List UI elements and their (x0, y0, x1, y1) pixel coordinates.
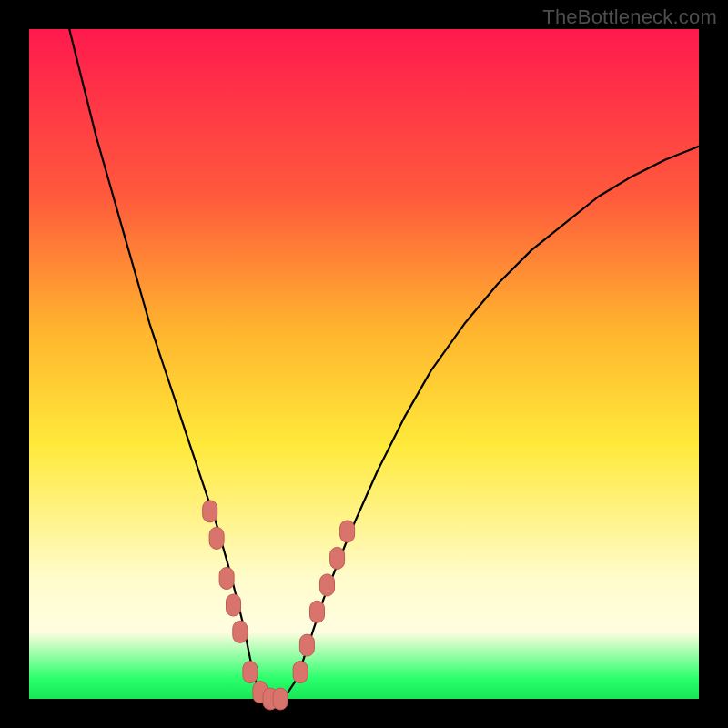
marker-dot (293, 662, 308, 683)
curve-layer (29, 29, 699, 699)
marker-dot (227, 594, 241, 616)
marker-dot (233, 621, 248, 642)
marker-dot (299, 634, 314, 656)
marker-dot (209, 527, 224, 549)
watermark-text: TheBottleneck.com (542, 5, 717, 29)
marker-dot (330, 547, 345, 569)
marker-dot (273, 688, 288, 710)
marker-group (203, 500, 355, 710)
outer-frame: TheBottleneck.com (0, 0, 728, 728)
marker-dot (203, 500, 217, 522)
marker-dot (219, 568, 234, 590)
marker-dot (320, 574, 335, 596)
marker-dot (310, 601, 325, 622)
plot-area (29, 29, 699, 699)
marker-dot (243, 662, 258, 683)
bottleneck-curve (69, 29, 699, 699)
marker-dot (340, 521, 355, 542)
